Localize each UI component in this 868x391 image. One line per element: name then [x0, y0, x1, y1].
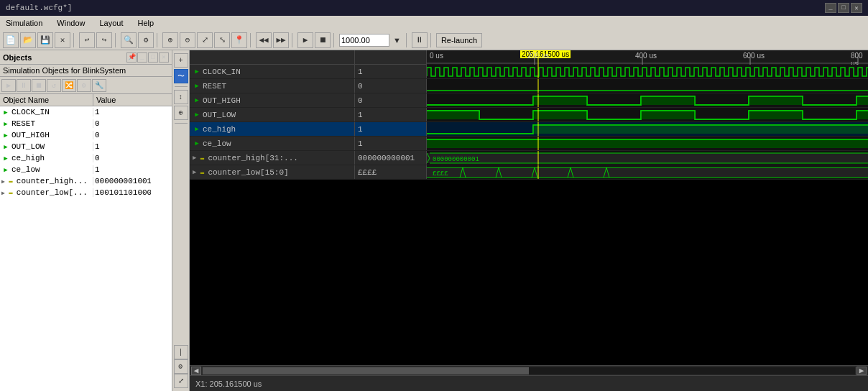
wave-signal-clock[interactable] — [427, 65, 868, 78]
obj-val-celow: 1 — [93, 165, 151, 174]
wave-val-counterlow: ££££ — [355, 165, 427, 179]
wave-signal-counterhigh[interactable]: 000000000001 — [427, 151, 868, 165]
port-icon-cehigh: ▶ — [1, 155, 10, 162]
menu-simulation[interactable]: Simulation — [3, 19, 45, 27]
obj-row-celow[interactable]: ▶ ce_low 1 — [0, 164, 172, 175]
minimize-button[interactable]: _ — [825, 3, 836, 13]
expand-icon-counterhigh[interactable]: ▶ — [1, 178, 5, 185]
side-icon-settings[interactable]: ⚙ — [174, 359, 188, 374]
close-button[interactable]: ✕ — [851, 3, 862, 13]
wave-label-outlow: OUT_LOW — [203, 111, 236, 119]
obj-btn-4[interactable]: ↺ — [47, 79, 61, 92]
port-icon-wave-reset: ▶ — [193, 83, 201, 90]
menu-window[interactable]: Window — [54, 19, 88, 27]
settings-button[interactable]: ⚙ — [138, 32, 154, 48]
next-edge-button[interactable]: ▶▶ — [273, 32, 289, 48]
menu-bar: Simulation Window Layout Help — [0, 16, 868, 30]
svg-rect-36 — [427, 167, 868, 178]
celow-svg — [427, 137, 868, 150]
wave-row-outlow[interactable]: ▶ OUT_LOW 1 — [190, 108, 868, 122]
run-button[interactable]: ▶ — [297, 32, 313, 48]
wave-row-clock[interactable]: ▶ CLOCK_IN 1 — [190, 65, 868, 79]
wave-signal-cehigh[interactable] — [427, 122, 868, 136]
wave-signal-counterlow[interactable]: ££££ — [427, 165, 868, 179]
marker-button[interactable]: 📍 — [231, 32, 247, 48]
port-icon-celow: ▶ — [1, 166, 10, 173]
wave-row-reset[interactable]: ▶ RESET 0 — [190, 79, 868, 93]
obj-row-counterlow[interactable]: ▶ ▬ counter_low[... 1001011010000... — [0, 187, 172, 198]
obj-name-celow: ▶ ce_low — [0, 165, 93, 174]
wave-val-text-clock: 1 — [358, 68, 363, 76]
wave-row-outhigh[interactable]: ▶ OUT_HIGH 0 — [190, 93, 868, 108]
pause-button[interactable]: ⏸ — [412, 32, 428, 48]
wave-signal-reset[interactable] — [427, 79, 868, 93]
svg-rect-21 — [857, 111, 868, 119]
obj-btn-6[interactable]: ⚙ — [77, 79, 91, 92]
side-icon-marker[interactable]: | — [174, 345, 188, 359]
port-icon-wave-cehigh: ▶ — [193, 126, 201, 133]
wave-status: X1: 205.161500 us — [190, 375, 868, 391]
zoom-out-button[interactable]: ⊖ — [180, 32, 195, 48]
expand-btn-counterhigh[interactable]: ▶ — [193, 154, 196, 162]
maximize-button[interactable]: □ — [838, 3, 849, 13]
zoom-in-button[interactable]: ⊕ — [162, 32, 178, 48]
scroll-track[interactable] — [203, 367, 855, 374]
expand-btn-counterlow[interactable]: ▶ — [193, 168, 196, 176]
wave-signal-outhigh[interactable] — [427, 93, 868, 107]
wave-val-celow: 1 — [355, 137, 427, 150]
undo-button[interactable]: ↩ — [79, 32, 95, 48]
side-icon-zoom-fit[interactable]: ⤢ — [174, 374, 188, 388]
side-icon-add[interactable]: + — [174, 53, 188, 68]
obj-btn-7[interactable]: 🔧 — [92, 79, 106, 92]
zoom-sel-button[interactable]: ⤡ — [214, 32, 230, 48]
obj-btn-2[interactable]: ⏸ — [17, 79, 31, 92]
scroll-right[interactable]: ▶ — [857, 367, 867, 375]
relaunch-button[interactable]: Re-launch — [436, 33, 482, 47]
wave-signal-outlow[interactable] — [427, 108, 868, 121]
wave-signal-celow[interactable] — [427, 137, 868, 150]
wave-scrollbar[interactable]: ◀ ▶ — [190, 365, 868, 375]
stop-button[interactable]: ⏹ — [315, 32, 331, 48]
wave-rows: ▶ CLOCK_IN 1 — [190, 65, 868, 365]
time-input[interactable] — [339, 34, 389, 47]
wave-row-counterlow[interactable]: ▶ ▬ counter_low[15:0] ££££ — [190, 165, 868, 180]
obj-row-outlow[interactable]: ▶ OUT_LOW 1 — [0, 141, 172, 152]
side-icon-wave[interactable]: 〜 — [174, 69, 188, 83]
prev-edge-button[interactable]: ◀◀ — [256, 32, 272, 48]
sep4 — [250, 33, 253, 47]
obj-btn-5[interactable]: 🔀 — [62, 79, 76, 92]
obj-val-cehigh: 0 — [93, 154, 151, 162]
obj-row-clock[interactable]: ▶ CLOCK_IN 1 — [0, 106, 172, 118]
save-button[interactable]: 💾 — [37, 32, 53, 48]
menu-layout[interactable]: Layout — [96, 19, 126, 27]
obj-row-counterhigh[interactable]: ▶ ▬ counter_high... 0000000010011... — [0, 175, 172, 187]
bus-icon-counterlow: ▬ — [6, 189, 15, 196]
scroll-left[interactable]: ◀ — [191, 367, 201, 375]
obj-btn-1[interactable]: ▶ — [1, 79, 16, 92]
obj-btn-3[interactable]: ⏹ — [32, 79, 46, 92]
search-button[interactable]: 🔍 — [121, 32, 137, 48]
panel-close[interactable]: ✕ — [159, 52, 169, 63]
wave-row-cehigh[interactable]: ▶ ce_high 1 — [190, 122, 868, 137]
side-icon-cursor[interactable]: ↕ — [174, 90, 188, 104]
panel-pin[interactable]: 📌 — [126, 52, 137, 63]
scroll-thumb[interactable] — [203, 367, 529, 374]
menu-help[interactable]: Help — [135, 19, 157, 27]
side-icon-zoom[interactable]: ⊕ — [174, 106, 188, 120]
zoom-fit-button[interactable]: ⤢ — [197, 32, 213, 48]
wave-label-clock: CLOCK_IN — [203, 68, 241, 76]
wave-row-counterhigh[interactable]: ▶ ▬ counter_high[31:... 000000000001 — [190, 151, 868, 165]
expand-icon-counterlow[interactable]: ▶ — [1, 190, 5, 196]
redo-button[interactable]: ↪ — [96, 32, 112, 48]
open-button[interactable]: 📂 — [20, 32, 36, 48]
obj-row-outhigh[interactable]: ▶ OUT_HIGH 0 — [0, 129, 172, 141]
new-button[interactable]: 📄 — [3, 32, 19, 48]
close-file-button[interactable]: ✕ — [55, 32, 70, 48]
obj-row-cehigh[interactable]: ▶ ce_high 0 — [0, 152, 172, 164]
counterlow-svg: ££££ — [427, 165, 868, 179]
obj-row-reset[interactable]: ▶ RESET 0 — [0, 118, 172, 129]
wave-name-header: CLOCK_IN — [190, 50, 355, 64]
panel-min[interactable]: _ — [137, 52, 147, 63]
wave-row-celow[interactable]: ▶ ce_low 1 — [190, 137, 868, 151]
panel-max[interactable]: □ — [148, 52, 158, 63]
